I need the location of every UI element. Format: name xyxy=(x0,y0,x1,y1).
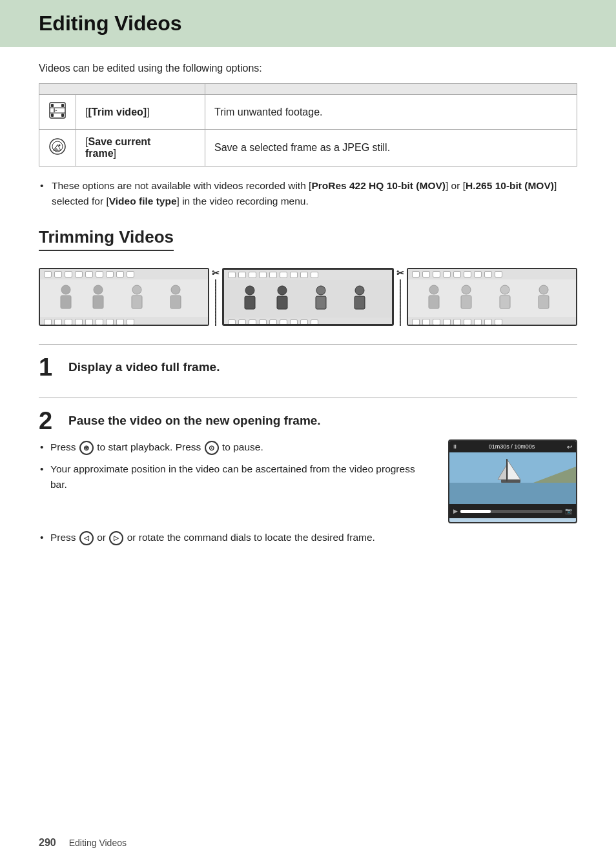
svg-point-13 xyxy=(59,144,61,146)
perf xyxy=(259,319,267,326)
perf xyxy=(280,272,287,278)
step-1-number: 1 xyxy=(39,355,59,379)
h265-label: H.265 10-bit (MOV) xyxy=(466,180,554,191)
step-1: 1 Display a video full frame. xyxy=(39,344,577,379)
step-2-lone-bullet: Press ◁ or ▷ or rotate the command dials… xyxy=(39,530,577,546)
svg-point-30 xyxy=(429,285,438,294)
svg-rect-3 xyxy=(51,104,54,107)
trim-marker-right-icon: ✂ xyxy=(396,268,404,278)
perfs-top-left xyxy=(40,269,208,279)
title-bar: Editing Videos xyxy=(0,0,616,47)
preview-bottom-bar: ▶ 📷 xyxy=(449,504,576,518)
svg-rect-37 xyxy=(539,296,549,308)
step-1-title: Display a video full frame. xyxy=(68,355,220,374)
perf xyxy=(453,319,461,325)
perf xyxy=(127,319,134,325)
perf xyxy=(249,272,256,278)
svg-rect-41 xyxy=(501,479,520,483)
film-strip-right xyxy=(407,268,577,326)
step-2-bullets: Press ⊛ to start playback. Press ⊙ to pa… xyxy=(39,439,433,499)
trim-marker-right: ✂ xyxy=(394,268,407,326)
save-frame-label: Save currentframe xyxy=(85,136,150,159)
trim-marker-right-line xyxy=(400,279,401,326)
perf xyxy=(311,272,318,278)
progress-bar-fill xyxy=(460,510,491,513)
step-2-body: Press ⊛ to start playback. Press ⊙ to pa… xyxy=(39,439,577,523)
svg-rect-15 xyxy=(61,296,71,308)
perf xyxy=(269,319,277,326)
svg-rect-27 xyxy=(316,296,326,309)
step-2-bullet-1: Press ⊛ to start playback. Press ⊙ to pa… xyxy=(39,439,433,455)
trim-marker-left-icon: ✂ xyxy=(212,268,220,278)
svg-rect-39 xyxy=(449,483,576,504)
perf xyxy=(44,271,52,278)
svg-rect-25 xyxy=(277,296,287,309)
perf xyxy=(443,271,451,278)
svg-rect-21 xyxy=(170,296,181,308)
perf xyxy=(116,319,124,325)
svg-rect-29 xyxy=(354,296,365,309)
perf xyxy=(54,319,62,325)
preview-top-bar: II 01m30s / 10m00s ↩ xyxy=(449,441,576,452)
perf xyxy=(422,271,430,278)
film-content-left xyxy=(40,279,208,317)
perf xyxy=(495,271,502,278)
ok-button-icon: ⊛ xyxy=(79,441,94,455)
perf xyxy=(412,319,420,325)
camera-preview-container: II 01m30s / 10m00s ↩ xyxy=(448,439,577,523)
film-figures-left xyxy=(46,285,201,312)
trim-video-label: [Trim video] xyxy=(88,106,147,117)
footer-label: Editing Videos xyxy=(69,838,127,848)
svg-point-34 xyxy=(500,285,509,294)
perf xyxy=(474,271,482,278)
film-strip-center xyxy=(222,268,394,326)
back-icon: ↩ xyxy=(567,443,572,450)
save-frame-option: [Save currentframe] xyxy=(76,130,205,167)
perf xyxy=(311,319,318,326)
table-header-description xyxy=(205,84,577,95)
perf xyxy=(290,272,298,278)
page-number: 290 xyxy=(39,837,56,849)
note-text: These options are not available with vid… xyxy=(39,178,577,209)
perf xyxy=(433,319,440,325)
svg-marker-12 xyxy=(53,147,58,150)
press-label: Press xyxy=(50,532,76,543)
perf xyxy=(54,271,62,278)
svg-rect-4 xyxy=(61,104,64,107)
play-icon: ▶ xyxy=(453,508,458,514)
perf xyxy=(75,271,83,278)
perf xyxy=(300,319,308,326)
camera-preview: II 01m30s / 10m00s ↩ xyxy=(448,439,577,523)
trim-video-icon xyxy=(48,101,67,119)
svg-point-28 xyxy=(355,286,364,295)
perfs-top-right xyxy=(408,269,576,279)
perf xyxy=(259,272,267,278)
svg-point-24 xyxy=(278,286,287,295)
perf xyxy=(464,319,471,325)
perfs-bottom-right xyxy=(408,317,576,326)
perf xyxy=(280,319,287,326)
perf xyxy=(116,271,124,278)
film-content-right xyxy=(408,279,576,317)
perf xyxy=(85,319,93,325)
or-label: or xyxy=(97,532,106,543)
save-frame-icon xyxy=(48,137,67,156)
perf xyxy=(433,271,440,278)
svg-point-22 xyxy=(245,286,254,295)
perf xyxy=(484,319,492,325)
perf xyxy=(96,271,103,278)
perf xyxy=(484,271,492,278)
preview-scene xyxy=(449,452,576,504)
svg-rect-33 xyxy=(461,296,471,308)
perf xyxy=(85,271,93,278)
vft-label: Video file type xyxy=(109,196,177,207)
perf xyxy=(474,319,482,325)
prores-label: ProRes 422 HQ 10-bit (MOV) xyxy=(311,180,446,191)
svg-point-18 xyxy=(132,285,141,294)
trim-marker-left: ✂ xyxy=(209,268,222,326)
perf xyxy=(106,271,114,278)
perf xyxy=(127,271,134,278)
perf xyxy=(228,319,236,326)
svg-point-32 xyxy=(462,285,471,294)
svg-rect-17 xyxy=(93,296,103,308)
